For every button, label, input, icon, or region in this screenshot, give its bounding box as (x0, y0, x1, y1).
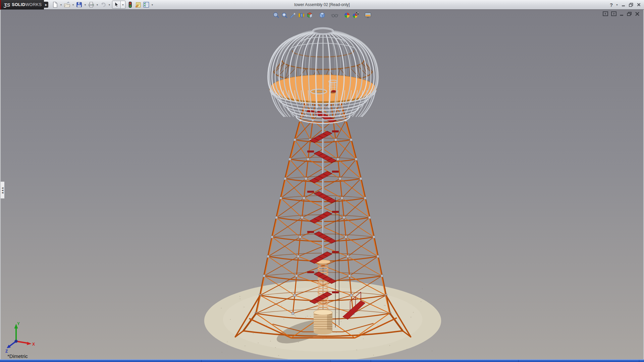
solidworks-brand-bold: SOLID (12, 2, 25, 7)
options-icon (143, 1, 150, 8)
select-tool-group: ▼ (112, 1, 125, 9)
view-settings-button[interactable] (364, 11, 372, 19)
taskbar-separator (330, 360, 331, 362)
new-document-button[interactable] (51, 1, 59, 9)
new-document-icon (52, 1, 58, 8)
window-title: tower Assembly 02 [Read-only] (101, 0, 543, 9)
print-button[interactable] (87, 1, 95, 9)
undo-icon (100, 1, 107, 8)
doc-close-button[interactable] (635, 12, 640, 16)
svg-text:Y: Y (17, 321, 20, 326)
doc-minimize-button[interactable] (620, 12, 624, 16)
edit-appearance-button[interactable] (343, 11, 351, 19)
options-dropdown[interactable]: ▼ (150, 1, 154, 8)
help-dropdown[interactable]: ▼ (616, 1, 618, 8)
display-style-button[interactable] (318, 11, 326, 19)
edit-appearance-icon (343, 12, 351, 19)
triad-z-axis: Z (5, 341, 16, 354)
solidworks-logo-mark: ƷS (4, 2, 10, 8)
svg-text:Z: Z (5, 349, 8, 354)
title-bar: ƷS SOLIDWORKS ▶ ▼ ▼ (0, 0, 644, 10)
undo-button[interactable] (99, 1, 107, 9)
collapse-arrow-icon: ◀ (2, 187, 3, 189)
print-icon (88, 1, 95, 8)
display-style-icon (319, 12, 326, 19)
previous-view-icon (289, 12, 297, 19)
minimize-icon (621, 3, 626, 7)
app-window-controls: ? ▼ (610, 0, 641, 9)
doc-restore-button[interactable] (627, 12, 632, 16)
open-document-icon (64, 1, 70, 8)
select-tool-button[interactable] (112, 1, 121, 8)
select-tool-dropdown[interactable]: ▼ (121, 1, 125, 8)
solidworks-brand-light: WORKS (25, 2, 42, 7)
svg-text:X: X (32, 342, 35, 347)
zoom-to-fit-button[interactable] (272, 11, 280, 19)
save-button[interactable] (75, 1, 83, 9)
taskbar-separator (518, 360, 519, 362)
document-window-controls (603, 11, 640, 16)
options-button[interactable] (142, 1, 150, 9)
print-dropdown[interactable]: ▼ (95, 1, 99, 8)
rebuild-traffic-light-button[interactable] (126, 1, 134, 9)
standard-toolbar: ▼ ▼ ▼ (51, 0, 154, 9)
file-properties-button[interactable] (134, 1, 142, 9)
view-orientation-button[interactable] (306, 11, 314, 19)
traffic-light-icon (127, 1, 133, 8)
section-view-button[interactable] (297, 11, 306, 19)
split-right-button[interactable] (611, 11, 616, 16)
heads-up-view-toolbar (272, 11, 372, 19)
view-settings-icon (364, 12, 372, 19)
open-document-dropdown[interactable]: ▼ (71, 1, 75, 8)
viewport-3d-scene[interactable] (1, 10, 643, 359)
zoom-to-area-button[interactable] (280, 11, 289, 19)
triad-origin (14, 340, 17, 343)
view-orientation-icon (306, 12, 313, 19)
triad-y-axis: Y (14, 321, 20, 341)
zoom-to-area-icon (281, 12, 288, 19)
help-button[interactable]: ? (610, 1, 613, 8)
app-restore-button[interactable] (629, 1, 634, 8)
zoom-to-fit-icon (273, 12, 280, 19)
select-cursor-icon (114, 2, 119, 8)
split-left-button[interactable] (603, 11, 608, 16)
menu-flyout-arrow-icon[interactable]: ▶ (44, 2, 48, 8)
app-minimize-button[interactable] (621, 1, 626, 8)
file-properties-icon (135, 1, 142, 8)
save-icon (76, 1, 83, 8)
undo-dropdown[interactable]: ▼ (107, 1, 111, 8)
taskbar-separator (371, 360, 371, 362)
taskbar-separator (201, 360, 202, 362)
app-close-button[interactable] (637, 1, 641, 8)
apply-scene-button[interactable] (351, 11, 360, 19)
feature-manager-collapsed-tab[interactable]: ◀ ◀ ◀ (1, 181, 5, 199)
section-view-icon (298, 12, 305, 19)
hide-show-items-icon (331, 12, 338, 19)
taskbar-sliver[interactable] (0, 359, 644, 362)
graphics-viewport[interactable]: ◀ ◀ ◀ Y X Z *Dimetric (0, 10, 644, 359)
view-orientation-label: *Dimetric (7, 353, 28, 359)
hide-show-items-button[interactable] (330, 11, 339, 19)
previous-view-button[interactable] (289, 11, 297, 19)
solidworks-logo: ƷS SOLIDWORKS (0, 0, 44, 9)
new-document-dropdown[interactable]: ▼ (59, 1, 63, 8)
reference-triad: Y X Z (3, 320, 36, 354)
taskbar-separator (639, 360, 639, 362)
close-icon (637, 3, 641, 7)
restore-icon (629, 3, 634, 7)
collapse-arrow-icon: ◀ (2, 192, 3, 193)
apply-scene-icon (352, 12, 359, 19)
collapse-arrow-icon: ◀ (2, 189, 3, 191)
save-dropdown[interactable]: ▼ (83, 1, 87, 8)
triad-x-axis: X (16, 341, 35, 347)
open-document-button[interactable] (63, 1, 71, 9)
